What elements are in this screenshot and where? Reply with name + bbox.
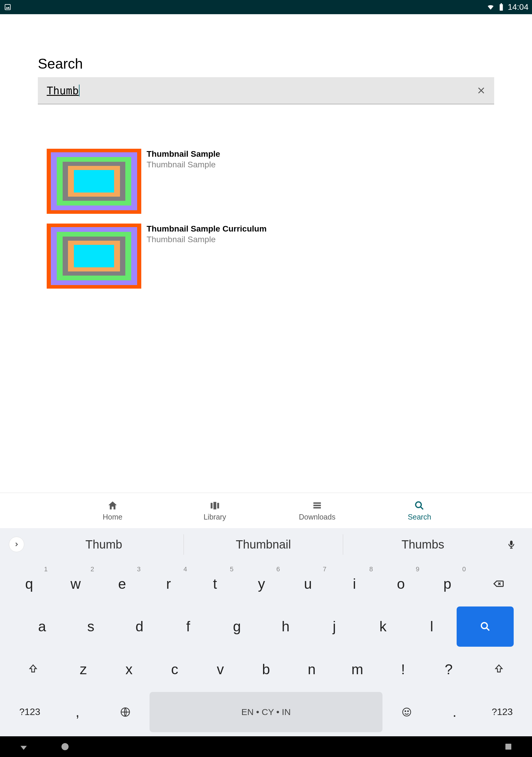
- period-key[interactable]: .: [431, 692, 478, 733]
- home-button[interactable]: [59, 741, 71, 753]
- nav-label: Home: [103, 513, 122, 521]
- key-s[interactable]: s: [67, 606, 115, 647]
- svg-rect-4: [213, 502, 216, 509]
- search-input[interactable]: Thumb: [47, 85, 79, 97]
- result-title: Thumbnail Sample Curriculum: [147, 224, 267, 234]
- key-m[interactable]: m: [335, 649, 380, 690]
- result-item[interactable]: Thumbnail Sample Thumbnail Sample: [47, 149, 494, 214]
- bottom-nav: Home Library Downloads Search: [0, 493, 532, 528]
- nav-home[interactable]: Home: [62, 493, 164, 528]
- key-y[interactable]: 6y: [239, 563, 284, 604]
- key-question[interactable]: ?: [427, 649, 471, 690]
- svg-rect-1: [500, 4, 503, 11]
- text-caret: [79, 85, 79, 96]
- key-row-4: ?123 , EN • CY • IN . ?123: [6, 691, 526, 734]
- svg-rect-2: [501, 3, 502, 4]
- expand-button[interactable]: [9, 537, 24, 552]
- key-k[interactable]: k: [359, 606, 407, 647]
- clear-icon[interactable]: [475, 85, 487, 96]
- svg-point-15: [408, 711, 408, 712]
- key-l[interactable]: l: [408, 606, 456, 647]
- key-o[interactable]: 9o: [378, 563, 424, 604]
- key-x[interactable]: x: [107, 649, 151, 690]
- status-time: 14:04: [508, 2, 528, 12]
- main-content: Search Thumb Thumbnail Sample Thumbn: [0, 14, 532, 288]
- nav-search[interactable]: Search: [368, 493, 470, 528]
- nav-downloads[interactable]: Downloads: [266, 493, 368, 528]
- language-key[interactable]: [102, 692, 148, 733]
- key-q[interactable]: 1q: [7, 563, 52, 604]
- image-icon: [4, 3, 12, 11]
- status-bar: 14:04: [0, 0, 532, 14]
- svg-point-13: [403, 708, 411, 716]
- nav-label: Downloads: [299, 513, 336, 521]
- svg-rect-6: [313, 502, 321, 504]
- svg-rect-3: [211, 503, 213, 509]
- key-row-3: z x c v b n m ! ?: [6, 648, 526, 691]
- search-key[interactable]: [457, 606, 514, 647]
- emoji-key[interactable]: [384, 692, 430, 733]
- results-list: Thumbnail Sample Thumbnail Sample Thumbn…: [38, 149, 494, 288]
- key-d[interactable]: d: [116, 606, 163, 647]
- result-item[interactable]: Thumbnail Sample Curriculum Thumbnail Sa…: [47, 224, 494, 288]
- key-row-2: a s d f g h j k l: [6, 605, 526, 648]
- key-exclaim[interactable]: !: [381, 649, 425, 690]
- key-row-1: 1q 2w 3e 4r 5t 6y 7u 8i 9o 0p: [6, 562, 526, 605]
- shift-key[interactable]: [7, 649, 60, 690]
- key-c[interactable]: c: [153, 649, 197, 690]
- svg-point-16: [62, 743, 69, 750]
- search-box[interactable]: Thumb: [38, 77, 494, 105]
- key-v[interactable]: v: [198, 649, 243, 690]
- suggestion-item[interactable]: Thumb: [24, 534, 184, 555]
- back-button[interactable]: [18, 741, 30, 753]
- suggestion-item[interactable]: Thumbnail: [184, 534, 343, 555]
- home-icon: [107, 500, 119, 512]
- suggestion-row: Thumb Thumbnail Thumbs: [0, 528, 532, 560]
- key-w[interactable]: 2w: [53, 563, 98, 604]
- key-h[interactable]: h: [262, 606, 310, 647]
- space-key[interactable]: EN • CY • IN: [150, 692, 382, 733]
- svg-point-11: [481, 622, 487, 628]
- key-g[interactable]: g: [213, 606, 261, 647]
- key-i[interactable]: 8i: [332, 563, 377, 604]
- nav-label: Search: [408, 513, 431, 521]
- downloads-icon: [311, 500, 323, 512]
- svg-rect-7: [313, 505, 321, 506]
- comma-key[interactable]: ,: [54, 692, 101, 733]
- key-f[interactable]: f: [164, 606, 212, 647]
- result-subtitle: Thumbnail Sample: [147, 234, 267, 245]
- nav-label: Library: [204, 513, 226, 521]
- key-a[interactable]: a: [18, 606, 66, 647]
- key-u[interactable]: 7u: [285, 563, 330, 604]
- library-icon: [209, 500, 221, 512]
- nav-library[interactable]: Library: [164, 493, 266, 528]
- key-e[interactable]: 3e: [99, 563, 144, 604]
- svg-rect-0: [5, 4, 10, 10]
- svg-rect-5: [217, 503, 219, 509]
- result-title: Thumbnail Sample: [147, 149, 220, 159]
- symbols-key[interactable]: ?123: [7, 692, 53, 733]
- svg-rect-17: [505, 744, 511, 750]
- key-r[interactable]: 4r: [146, 563, 191, 604]
- mic-icon[interactable]: [502, 539, 520, 549]
- svg-rect-8: [313, 507, 321, 509]
- backspace-key[interactable]: [471, 563, 525, 604]
- keyboard: Thumb Thumbnail Thumbs 1q 2w 3e 4r 5t 6y…: [0, 528, 532, 736]
- page-title: Search: [38, 56, 494, 72]
- symbols-key-right[interactable]: ?123: [479, 692, 525, 733]
- wifi-icon: [487, 3, 495, 11]
- suggestion-item[interactable]: Thumbs: [343, 534, 502, 555]
- thumbnail-image: [47, 149, 141, 214]
- svg-point-14: [405, 711, 406, 712]
- key-p[interactable]: 0p: [425, 563, 470, 604]
- key-z[interactable]: z: [61, 649, 106, 690]
- key-b[interactable]: b: [244, 649, 288, 690]
- key-t[interactable]: 5t: [192, 563, 238, 604]
- recents-button[interactable]: [502, 741, 514, 753]
- key-j[interactable]: j: [310, 606, 358, 647]
- shift-key-right[interactable]: [472, 649, 525, 690]
- svg-point-9: [416, 502, 422, 507]
- result-subtitle: Thumbnail Sample: [147, 159, 220, 170]
- key-n[interactable]: n: [289, 649, 334, 690]
- thumbnail-image: [47, 224, 141, 288]
